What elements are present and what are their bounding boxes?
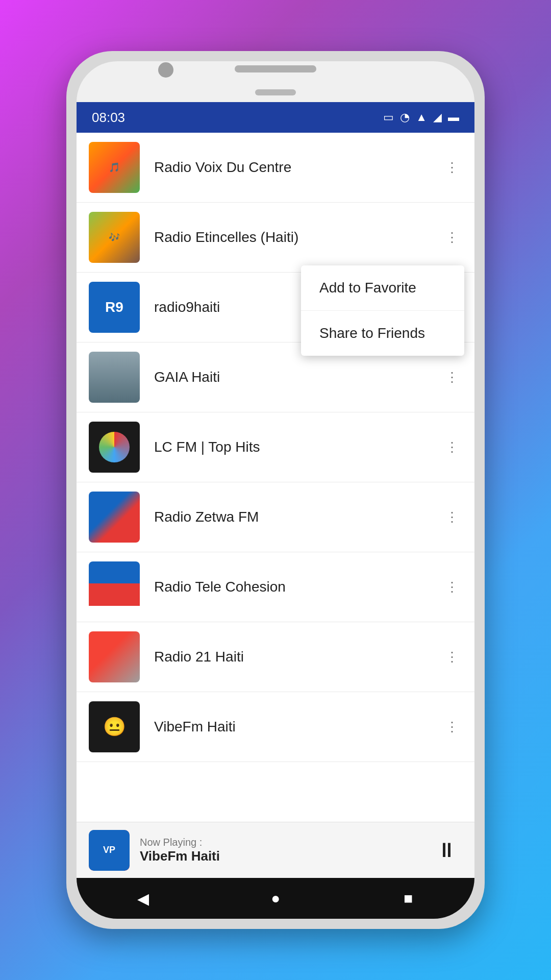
now-playing-info: Now Playing : VibeFm Haiti: [140, 837, 432, 864]
more-button[interactable]: ⋮: [442, 362, 462, 393]
radio-name: Radio Etincelles (Haiti): [154, 229, 442, 246]
back-button[interactable]: ◀: [128, 883, 158, 914]
radio-list: 🎵 Radio Voix Du Centre ⋮ 🎶 Radio Etincel…: [77, 133, 474, 762]
radio-thumb: [89, 561, 140, 612]
status-time: 08:03: [92, 110, 125, 126]
battery-icon: ▬: [448, 111, 459, 124]
radio-name: LC FM | Top Hits: [154, 439, 442, 455]
phone-screen: 08:03 ▭ ◔ ▲ ◢ ▬ 🎵 Radio Voix Du Centre: [77, 61, 474, 919]
home-button[interactable]: ●: [260, 883, 291, 914]
list-item: Radio Tele Cohesion ⋮: [77, 552, 474, 622]
radio-thumb: R9: [89, 282, 140, 333]
more-button[interactable]: ⋮: [442, 222, 462, 253]
media-icon: ▭: [383, 111, 394, 124]
pause-icon: ⏸: [437, 839, 457, 862]
radio-name: Radio Zetwa FM: [154, 509, 442, 525]
radio-thumb: [89, 352, 140, 403]
more-button[interactable]: ⋮: [442, 502, 462, 532]
pause-button[interactable]: ⏸: [432, 835, 462, 866]
more-button[interactable]: ⋮: [442, 712, 462, 742]
radio-thumb: 🎵: [89, 142, 140, 193]
more-button[interactable]: ⋮: [442, 432, 462, 462]
context-menu: Add to Favorite Share to Friends: [301, 265, 464, 356]
list-item: Radio 21 Haiti ⋮: [77, 622, 474, 692]
more-button[interactable]: ⋮: [442, 572, 462, 602]
now-playing-thumb: VP: [89, 830, 130, 871]
more-button[interactable]: ⋮: [442, 642, 462, 672]
phone-button: [255, 89, 296, 95]
now-playing-title: VibeFm Haiti: [140, 848, 432, 864]
share-to-friends-item[interactable]: Share to Friends: [301, 311, 464, 356]
now-playing-label: Now Playing :: [140, 837, 432, 848]
status-icons: ▭ ◔ ▲ ◢ ▬: [383, 111, 459, 124]
add-to-favorite-item[interactable]: Add to Favorite: [301, 265, 464, 311]
recent-icon: ■: [404, 890, 413, 907]
now-playing-bar: VP Now Playing : VibeFm Haiti ⏸: [77, 822, 474, 878]
home-icon: ●: [271, 890, 280, 907]
recent-button[interactable]: ■: [393, 883, 423, 914]
phone-device: 08:03 ▭ ◔ ▲ ◢ ▬ 🎵 Radio Voix Du Centre: [66, 51, 485, 929]
list-item: LC FM | Top Hits ⋮: [77, 412, 474, 482]
radio-thumb: [89, 631, 140, 682]
list-item: 🎶 Radio Etincelles (Haiti) ⋮: [77, 203, 474, 273]
nav-bar: ◀ ● ■: [77, 878, 474, 919]
radio-name: Radio 21 Haiti: [154, 649, 442, 665]
phone-camera: [158, 62, 173, 78]
radio-thumb: 🎶: [89, 212, 140, 263]
radio-thumb: [89, 422, 140, 473]
radio-name: Radio Tele Cohesion: [154, 579, 442, 595]
alarm-icon: ◔: [400, 111, 410, 124]
more-button[interactable]: ⋮: [442, 152, 462, 183]
list-item: 😐 VibeFm Haiti ⋮: [77, 692, 474, 762]
list-item: Radio Zetwa FM ⋮: [77, 482, 474, 552]
content-area: 🎵 Radio Voix Du Centre ⋮ 🎶 Radio Etincel…: [77, 133, 474, 822]
radio-thumb: [89, 492, 140, 543]
radio-name: GAIA Haiti: [154, 369, 442, 385]
wifi-icon: ▲: [416, 111, 427, 124]
radio-thumb: 😐: [89, 701, 140, 752]
status-bar: 08:03 ▭ ◔ ▲ ◢ ▬: [77, 102, 474, 133]
back-icon: ◀: [137, 890, 149, 908]
phone-speaker: [235, 65, 316, 72]
radio-name: Radio Voix Du Centre: [154, 159, 442, 176]
radio-name: VibeFm Haiti: [154, 719, 442, 735]
signal-icon: ◢: [433, 111, 442, 124]
list-item: 🎵 Radio Voix Du Centre ⋮: [77, 133, 474, 203]
